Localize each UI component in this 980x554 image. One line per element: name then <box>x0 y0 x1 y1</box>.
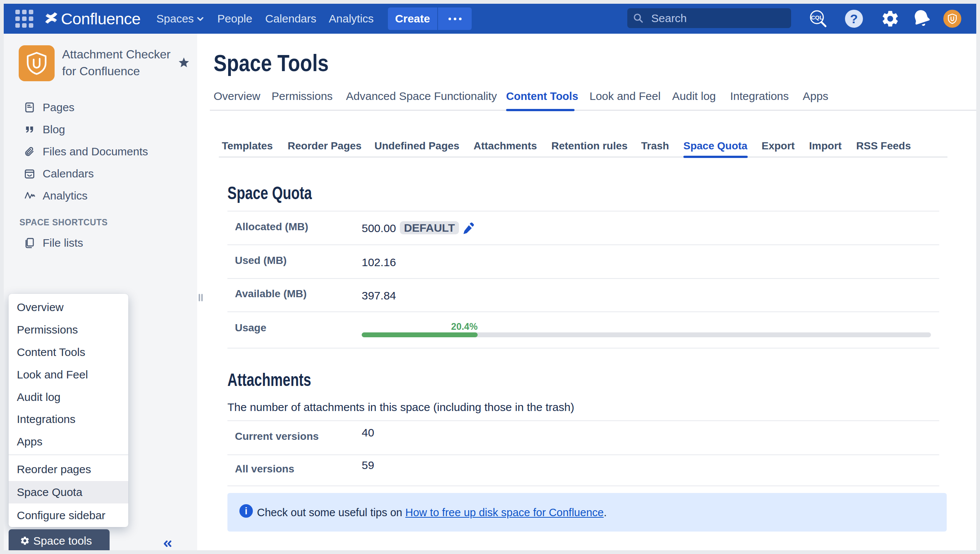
svg-text:CQL: CQL <box>811 14 823 21</box>
